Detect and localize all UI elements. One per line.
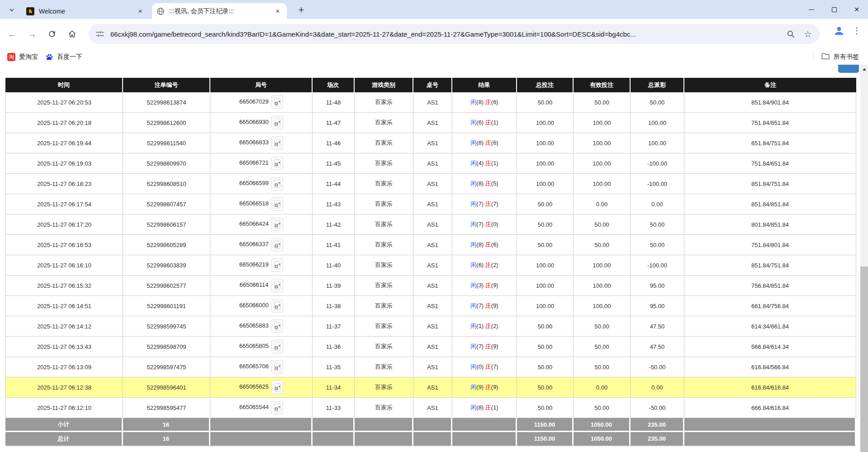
cell-time: 2025-11-27 06:13:09	[5, 357, 123, 377]
footer-empty	[313, 418, 355, 432]
cell-table-no: AS1	[413, 296, 452, 316]
tab-welcome[interactable]: ♞ Welcome ✕	[22, 3, 149, 19]
back-button[interactable]: ←	[5, 26, 20, 42]
footer-payout: 235.00	[631, 432, 684, 446]
globe-icon	[157, 7, 165, 15]
tab-close-icon[interactable]: ✕	[136, 7, 145, 16]
bet-record-table-wrap: 时间注单编号局号场次游戏类别桌号结果总投注有效投注总派彩备注 2025-11-2…	[5, 78, 856, 446]
search-button-partial[interactable]	[838, 65, 859, 73]
cell-result: 闲(8) 庄(6)	[452, 235, 517, 255]
footer-valid-bet: 1050.00	[574, 418, 631, 432]
cell-payout: 95.00	[631, 276, 684, 296]
column-header: 总派彩	[631, 78, 684, 92]
column-header: 结果	[452, 78, 517, 92]
bet-record-table: 时间注单编号局号场次游戏类别桌号结果总投注有效投注总派彩备注 2025-11-2…	[5, 78, 856, 446]
table-row: 2025-11-27 06:16:10522998603839665066219…	[5, 255, 856, 276]
cell-game-type: 百家乐	[355, 235, 413, 255]
tab-title: Welcome	[39, 8, 136, 15]
refresh-button[interactable]	[44, 26, 60, 42]
cell-session: 11-39	[313, 276, 355, 296]
replay-video-button[interactable]	[271, 340, 283, 353]
replay-video-button[interactable]	[271, 319, 283, 333]
footer-empty	[210, 432, 313, 446]
footer-label: 小计	[5, 418, 123, 432]
bookmark-label: 爱淘宝	[19, 53, 38, 61]
cell-payout: 50.00	[631, 92, 684, 113]
table-row: 2025-11-27 06:13:43522998598709665065805…	[5, 337, 856, 357]
replay-video-button[interactable]	[271, 136, 283, 150]
cell-session: 11-48	[313, 92, 355, 113]
cell-game-type: 百家乐	[355, 296, 413, 316]
replay-video-button[interactable]	[271, 279, 283, 292]
cell-remark: 751.84/851.84	[684, 113, 856, 133]
bookmark-star-icon[interactable]: ☆	[802, 29, 813, 39]
replay-video-button[interactable]	[271, 157, 283, 170]
cell-session: 11-37	[313, 316, 355, 337]
cell-time: 2025-11-27 06:17:54	[5, 194, 123, 214]
cell-time: 2025-11-27 06:15:32	[5, 276, 123, 296]
cell-valid-bet: 50.00	[574, 235, 631, 255]
all-bookmarks-button[interactable]: 所有书签	[834, 53, 859, 61]
replay-video-button[interactable]	[271, 95, 283, 109]
cell-round: 665065706	[210, 357, 313, 377]
replay-video-button[interactable]	[271, 401, 283, 414]
menu-button[interactable]: ⋮	[850, 23, 863, 39]
bookmarks-bar: 淘 爱淘宝 百度一下 所有书签	[0, 49, 868, 65]
url-text[interactable]: 66cxkj98.com/game/betrecord_search/kind3…	[110, 30, 779, 38]
table-row: 2025-11-27 06:15:32522998602577665066114…	[5, 276, 856, 296]
welcome-favicon-icon: ♞	[26, 7, 34, 15]
minimize-button[interactable]	[800, 0, 823, 19]
replay-video-button[interactable]	[271, 238, 283, 252]
replay-video-button[interactable]	[271, 299, 283, 313]
table-row: 2025-11-27 06:19:44522998611540665066833…	[5, 133, 856, 153]
cell-bet-id: 522998612600	[123, 113, 210, 133]
cell-valid-bet: 50.00	[574, 92, 631, 113]
cell-payout: 0.00	[631, 377, 684, 398]
replay-video-button[interactable]	[271, 197, 283, 211]
replay-video-button[interactable]	[271, 218, 283, 231]
zoom-icon[interactable]	[785, 29, 796, 39]
tab-search-chevron-icon[interactable]	[6, 5, 17, 15]
cell-round: 665065883	[210, 316, 313, 337]
column-header: 场次	[313, 78, 355, 92]
cell-bet-id: 522998596401	[123, 377, 210, 398]
bookmark-item-taobao[interactable]: 淘 爱淘宝	[4, 51, 42, 63]
url-bar[interactable]: 66cxkj98.com/game/betrecord_search/kind3…	[89, 24, 820, 44]
tab-close-icon[interactable]: ✕	[273, 7, 282, 16]
cell-valid-bet: 50.00	[574, 398, 631, 418]
site-info-icon[interactable]	[95, 29, 105, 39]
maximize-button[interactable]	[823, 0, 845, 19]
cell-result: 闲(6) 庄(2)	[452, 255, 517, 276]
replay-video-button[interactable]	[271, 116, 283, 129]
cell-round: 665066721	[210, 153, 313, 174]
cell-result: 闲(1) 庄(2)	[452, 316, 517, 337]
scroll-up-button[interactable]	[860, 65, 868, 74]
close-button[interactable]: ✕	[845, 0, 868, 19]
cell-total-bet: 100.00	[517, 153, 574, 174]
cell-valid-bet: 0.00	[574, 377, 631, 398]
forward-button[interactable]: →	[24, 26, 40, 42]
new-tab-button[interactable]: +	[295, 4, 308, 16]
scrollbar-thumb[interactable]	[860, 266, 868, 452]
browser-toolbar: ← → 66cxkj98.com/game/betrecord_search/k…	[0, 19, 868, 49]
cell-total-bet: 50.00	[517, 398, 574, 418]
cell-game-type: 百家乐	[355, 398, 413, 418]
replay-video-button[interactable]	[271, 381, 283, 394]
page-scrollbar[interactable]	[860, 65, 868, 452]
cell-game-type: 百家乐	[355, 316, 413, 337]
replay-video-button[interactable]	[271, 258, 283, 272]
total-row: 总计161150.001050.00235.00	[5, 432, 856, 446]
cell-remark: 851.84/751.84	[684, 255, 856, 276]
replay-video-button[interactable]	[271, 177, 283, 190]
cell-remark: 616.84/566.84	[684, 357, 856, 377]
profile-avatar[interactable]	[831, 23, 847, 39]
footer-empty	[452, 418, 517, 432]
cell-bet-id: 522998597475	[123, 357, 210, 377]
home-button[interactable]	[64, 26, 80, 42]
cell-bet-id: 522998603839	[123, 255, 210, 276]
cell-round: 665066599	[210, 174, 313, 194]
cell-bet-id: 522998598709	[123, 337, 210, 357]
tab-bet-record[interactable]: :::视讯, 会员下注纪录::: ✕	[152, 3, 287, 19]
bookmark-item-baidu[interactable]: 百度一下	[42, 51, 86, 63]
replay-video-button[interactable]	[271, 360, 283, 374]
